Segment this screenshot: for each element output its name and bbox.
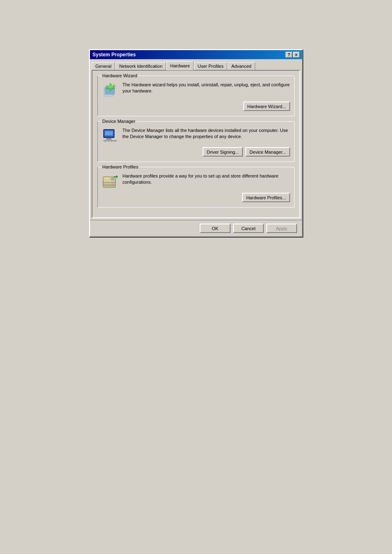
device-manager-icon [102, 127, 118, 144]
hardware-profiles-section: Hardware Profiles [97, 167, 295, 208]
ok-button[interactable]: OK [200, 224, 231, 233]
device-manager-buttons: Driver Signing... Device Manager... [102, 147, 290, 157]
driver-signing-button[interactable]: Driver Signing... [203, 147, 243, 157]
tab-advanced[interactable]: Advanced [228, 62, 255, 70]
tab-bar: General Network Identification Hardware … [90, 59, 302, 70]
tab-general[interactable]: General [92, 62, 115, 70]
tab-hardware[interactable]: Hardware [166, 61, 194, 70]
tab-network-identification[interactable]: Network Identification [115, 62, 166, 70]
device-manager-button[interactable]: Device Manager... [245, 147, 290, 157]
hardware-wizard-description: The Hardware wizard helps you install, u… [122, 82, 290, 95]
hardware-wizard-icon [102, 82, 118, 98]
svg-rect-28 [104, 178, 110, 179]
hardware-wizard-section: Hardware Wizard [97, 76, 295, 116]
hardware-wizard-inner: The Hardware wizard helps you install, u… [102, 82, 290, 98]
apply-button[interactable]: Apply [266, 224, 297, 233]
title-bar: System Properties ? × [90, 50, 302, 59]
title-bar-buttons: ? × [286, 52, 300, 58]
svg-rect-12 [106, 139, 112, 140]
device-manager-section: Device Manager [97, 121, 295, 162]
svg-rect-29 [111, 178, 114, 180]
hardware-wizard-title: Hardware Wizard [101, 73, 138, 78]
bottom-bar: OK Cancel Apply [90, 220, 302, 236]
hardware-wizard-buttons: Hardware Wizard... [102, 102, 290, 111]
tab-user-profiles[interactable]: User Profiles [194, 62, 227, 70]
hardware-profiles-description: Hardware profiles provide a way for you … [122, 173, 290, 186]
device-manager-inner: The Device Manager lists all the hardwar… [102, 127, 290, 144]
device-manager-title: Device Manager [101, 119, 136, 124]
hardware-profiles-inner: Hardware profiles provide a way for you … [102, 173, 290, 189]
tab-content-hardware: Hardware Wizard [92, 70, 300, 218]
svg-rect-11 [107, 138, 111, 139]
close-button[interactable]: × [293, 52, 300, 58]
hardware-profiles-title: Hardware Profiles [101, 164, 139, 169]
device-manager-description: The Device Manager lists all the hardwar… [122, 127, 290, 140]
hardware-profiles-buttons: Hardware Profiles... [102, 193, 290, 202]
hardware-wizard-button[interactable]: Hardware Wizard... [243, 102, 290, 111]
hardware-profiles-button[interactable]: Hardware Profiles... [242, 193, 290, 202]
system-properties-dialog: System Properties ? × General Network Id… [89, 49, 303, 237]
help-button[interactable]: ? [286, 52, 292, 58]
window-title: System Properties [92, 52, 136, 58]
hardware-profiles-icon [102, 173, 118, 189]
cancel-button[interactable]: Cancel [233, 224, 264, 233]
